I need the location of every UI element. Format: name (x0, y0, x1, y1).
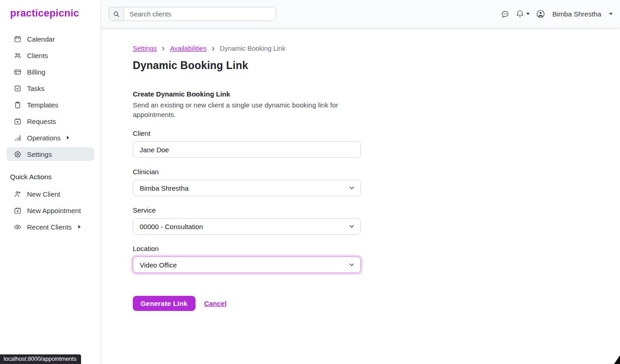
chevron-right-icon (67, 136, 69, 139)
chevron-down-icon (348, 261, 355, 268)
client-field: Client (133, 129, 361, 158)
breadcrumb-current: Dynamic Booking Link (220, 45, 285, 52)
clinician-label: Clinician (133, 168, 361, 176)
create-link-form: Create Dynamic Booking Link Send an exis… (133, 90, 602, 311)
sidebar: practicepicnic Calendar Clients Billing … (0, 0, 101, 364)
sidebar-item-label: Billing (27, 68, 45, 76)
quick-action-label: New Client (27, 190, 60, 198)
chevron-down-icon (348, 184, 355, 192)
gear-icon (14, 150, 22, 158)
page-title: Dynamic Booking Link (133, 59, 602, 72)
link-preview-tooltip: localhost:8000/appointments (0, 354, 81, 364)
sidebar-item-operations[interactable]: Operations (6, 131, 94, 145)
form-actions: Generate Link Cancel (133, 296, 602, 311)
task-check-icon (14, 85, 22, 92)
quick-action-new-appointment[interactable]: New Appointment (6, 203, 94, 217)
people-icon (14, 52, 22, 59)
person-plus-icon (14, 190, 22, 198)
service-field: Service 00000 - Consultation (133, 206, 361, 235)
search-box (109, 7, 276, 21)
service-selected-value: 00000 - Consultation (140, 223, 203, 230)
topbar-right: Bimba Shrestha (500, 9, 613, 19)
chat-bubble-icon[interactable] (500, 10, 510, 19)
eye-icon (14, 223, 22, 231)
caret-down-icon[interactable] (609, 13, 613, 15)
user-name[interactable]: Bimba Shrestha (552, 10, 601, 18)
sidebar-item-label: Settings (27, 150, 52, 158)
sidebar-item-requests[interactable]: Requests (6, 114, 94, 128)
search-input[interactable] (124, 7, 276, 21)
location-select[interactable]: Video Office (133, 257, 361, 273)
bell-icon[interactable] (516, 10, 530, 18)
sidebar-item-billing[interactable]: Billing (6, 65, 94, 79)
location-selected-value: Video Office (140, 261, 177, 269)
generate-link-button[interactable]: Generate Link (133, 296, 196, 311)
quick-action-recent-clients[interactable]: Recent Clients (6, 220, 94, 234)
quick-action-new-client[interactable]: New Client (6, 187, 94, 201)
chevron-right-icon (78, 225, 81, 229)
breadcrumb-settings-link[interactable]: Settings (133, 45, 157, 52)
location-label: Location (133, 245, 361, 252)
quick-action-label: New Appointment (27, 207, 81, 214)
caret-down-icon (526, 13, 530, 15)
sidebar-item-label: Tasks (27, 85, 44, 92)
calendar-plus-icon (14, 118, 22, 125)
calendar-icon (14, 35, 22, 43)
location-field: Location Video Office (133, 245, 361, 273)
bar-chart-icon (14, 134, 22, 142)
clinician-field: Clinician Bimba Shrestha (133, 168, 361, 196)
client-label: Client (133, 129, 361, 137)
section-title: Create Dynamic Booking Link (133, 90, 602, 98)
clinician-selected-value: Bimba Shrestha (140, 184, 189, 192)
sidebar-item-label: Clients (27, 52, 48, 59)
sidebar-item-label: Calendar (27, 35, 55, 43)
breadcrumb-availabilities-link[interactable]: Availabilities (170, 45, 207, 52)
clinician-select[interactable]: Bimba Shrestha (133, 180, 361, 196)
chevron-right-icon (161, 46, 166, 51)
app-logo: practicepicnic (10, 7, 101, 19)
client-input[interactable] (133, 141, 361, 158)
sidebar-item-label: Operations (27, 134, 60, 142)
sidebar-item-settings[interactable]: Settings (6, 147, 94, 161)
search-icon (109, 7, 124, 21)
user-circle-icon[interactable] (536, 9, 545, 19)
service-label: Service (133, 206, 361, 214)
topbar: Bimba Shrestha (101, 0, 620, 28)
breadcrumb: Settings Availabilities Dynamic Booking … (133, 45, 602, 52)
sidebar-item-label: Requests (27, 118, 56, 125)
sidebar-item-label: Templates (27, 101, 58, 109)
quick-actions-header: Quick Actions (10, 173, 101, 181)
clipboard-icon (14, 101, 22, 109)
chevron-down-icon (348, 223, 355, 230)
service-select[interactable]: 00000 - Consultation (133, 218, 361, 235)
main-panel: Bimba Shrestha Settings Availabilities D… (101, 0, 620, 364)
calendar-plus-icon (14, 207, 22, 214)
sidebar-item-clients[interactable]: Clients (6, 48, 94, 62)
cancel-link[interactable]: Cancel (204, 300, 227, 307)
credit-card-icon (14, 68, 22, 76)
sidebar-item-templates[interactable]: Templates (6, 98, 94, 112)
sidebar-item-calendar[interactable]: Calendar (6, 32, 94, 46)
section-description: Send an existing or new client a single … (133, 101, 348, 119)
quick-action-label: Recent Clients (27, 223, 72, 231)
content: Settings Availabilities Dynamic Booking … (101, 28, 620, 364)
sidebar-item-tasks[interactable]: Tasks (6, 81, 94, 95)
chevron-right-icon (211, 46, 216, 51)
